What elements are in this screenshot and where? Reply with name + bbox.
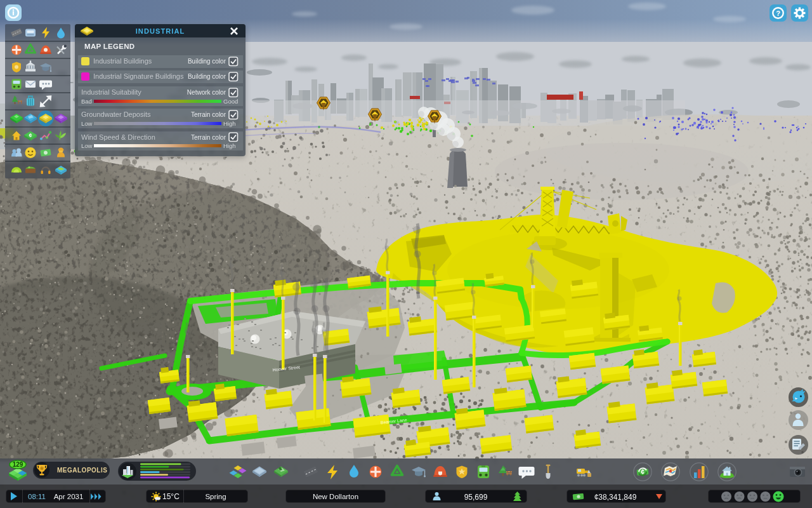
svg-text:¢: ¢ bbox=[641, 469, 645, 476]
svg-text:¢: ¢ bbox=[29, 132, 32, 138]
svg-text:?: ? bbox=[776, 10, 780, 17]
svg-text:129: 129 bbox=[13, 461, 23, 468]
